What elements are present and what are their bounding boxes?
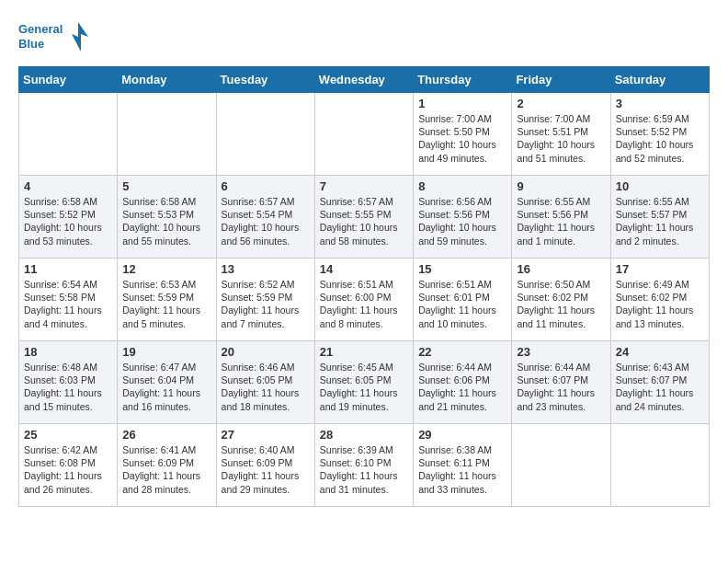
calendar-header: SundayMondayTuesdayWednesdayThursdayFrid… bbox=[19, 67, 710, 93]
calendar-cell: 9Sunrise: 6:55 AMSunset: 5:56 PMDaylight… bbox=[512, 176, 610, 259]
day-number: 23 bbox=[517, 345, 605, 359]
day-number: 1 bbox=[418, 97, 506, 110]
day-number: 18 bbox=[24, 345, 112, 359]
calendar-cell: 10Sunrise: 6:55 AMSunset: 5:57 PMDayligh… bbox=[610, 176, 709, 259]
day-info: Sunrise: 6:39 AMSunset: 6:10 PMDaylight:… bbox=[320, 443, 408, 496]
day-info: Sunrise: 6:59 AMSunset: 5:52 PMDaylight:… bbox=[616, 112, 704, 165]
calendar-cell: 12Sunrise: 6:53 AMSunset: 5:59 PMDayligh… bbox=[118, 259, 216, 341]
day-number: 25 bbox=[24, 428, 112, 442]
day-info: Sunrise: 7:00 AMSunset: 5:51 PMDaylight:… bbox=[517, 112, 605, 165]
day-info: Sunrise: 6:58 AMSunset: 5:53 PMDaylight:… bbox=[122, 195, 210, 247]
day-number: 14 bbox=[320, 262, 408, 276]
day-number: 11 bbox=[24, 262, 112, 276]
calendar-table: SundayMondayTuesdayWednesdayThursdayFrid… bbox=[18, 66, 710, 507]
day-info: Sunrise: 6:49 AMSunset: 6:02 PMDaylight:… bbox=[616, 278, 704, 330]
calendar-cell: 13Sunrise: 6:52 AMSunset: 5:59 PMDayligh… bbox=[216, 259, 314, 341]
day-number: 26 bbox=[122, 428, 210, 442]
day-info: Sunrise: 6:44 AMSunset: 6:07 PMDaylight:… bbox=[517, 361, 605, 413]
calendar-cell: 15Sunrise: 6:51 AMSunset: 6:01 PMDayligh… bbox=[414, 259, 512, 341]
day-info: Sunrise: 6:46 AMSunset: 6:05 PMDaylight:… bbox=[222, 361, 310, 413]
day-info: Sunrise: 6:54 AMSunset: 5:58 PMDaylight:… bbox=[24, 278, 112, 330]
calendar-week-row: 25Sunrise: 6:42 AMSunset: 6:08 PMDayligh… bbox=[19, 424, 710, 507]
calendar-cell: 21Sunrise: 6:45 AMSunset: 6:05 PMDayligh… bbox=[314, 341, 413, 424]
calendar-cell: 28Sunrise: 6:39 AMSunset: 6:10 PMDayligh… bbox=[314, 424, 413, 507]
calendar-cell: 1Sunrise: 7:00 AMSunset: 5:50 PMDaylight… bbox=[414, 93, 512, 176]
weekday-header-monday: Monday bbox=[118, 67, 216, 93]
logo: General Blue bbox=[18, 18, 92, 57]
weekday-header-sunday: Sunday bbox=[19, 67, 118, 93]
calendar-cell bbox=[118, 93, 216, 176]
day-number: 16 bbox=[517, 262, 605, 276]
calendar-week-row: 11Sunrise: 6:54 AMSunset: 5:58 PMDayligh… bbox=[19, 259, 710, 341]
day-info: Sunrise: 6:40 AMSunset: 6:09 PMDaylight:… bbox=[222, 443, 310, 496]
calendar-body: 1Sunrise: 7:00 AMSunset: 5:50 PMDaylight… bbox=[19, 93, 710, 507]
day-number: 29 bbox=[418, 428, 506, 442]
day-number: 24 bbox=[616, 345, 704, 359]
calendar-cell: 7Sunrise: 6:57 AMSunset: 5:55 PMDaylight… bbox=[314, 176, 413, 259]
calendar-cell: 11Sunrise: 6:54 AMSunset: 5:58 PMDayligh… bbox=[19, 259, 118, 341]
calendar-cell: 24Sunrise: 6:43 AMSunset: 6:07 PMDayligh… bbox=[610, 341, 709, 424]
day-number: 17 bbox=[616, 262, 704, 276]
day-number: 7 bbox=[320, 179, 408, 193]
day-number: 22 bbox=[418, 345, 506, 359]
calendar-cell: 8Sunrise: 6:56 AMSunset: 5:56 PMDaylight… bbox=[414, 176, 512, 259]
calendar-cell bbox=[216, 93, 314, 176]
day-info: Sunrise: 6:51 AMSunset: 6:00 PMDaylight:… bbox=[320, 278, 408, 330]
day-number: 20 bbox=[222, 345, 310, 359]
day-info: Sunrise: 6:55 AMSunset: 5:56 PMDaylight:… bbox=[517, 195, 605, 247]
day-info: Sunrise: 6:45 AMSunset: 6:05 PMDaylight:… bbox=[320, 361, 408, 413]
calendar-week-row: 4Sunrise: 6:58 AMSunset: 5:52 PMDaylight… bbox=[19, 176, 710, 259]
calendar-cell: 27Sunrise: 6:40 AMSunset: 6:09 PMDayligh… bbox=[216, 424, 314, 507]
day-number: 21 bbox=[320, 345, 408, 359]
day-info: Sunrise: 6:41 AMSunset: 6:09 PMDaylight:… bbox=[122, 443, 210, 496]
day-info: Sunrise: 6:38 AMSunset: 6:11 PMDaylight:… bbox=[418, 443, 506, 496]
calendar-cell: 22Sunrise: 6:44 AMSunset: 6:06 PMDayligh… bbox=[414, 341, 512, 424]
day-number: 27 bbox=[222, 428, 310, 442]
day-number: 6 bbox=[222, 179, 310, 193]
calendar-cell: 6Sunrise: 6:57 AMSunset: 5:54 PMDaylight… bbox=[216, 176, 314, 259]
day-number: 12 bbox=[122, 262, 210, 276]
weekday-header-row: SundayMondayTuesdayWednesdayThursdayFrid… bbox=[19, 67, 710, 93]
page-header: General Blue bbox=[18, 18, 710, 57]
svg-text:General: General bbox=[18, 22, 63, 36]
day-info: Sunrise: 7:00 AMSunset: 5:50 PMDaylight:… bbox=[418, 112, 506, 165]
logo-svg: General Blue bbox=[18, 18, 92, 57]
day-number: 15 bbox=[418, 262, 506, 276]
day-number: 28 bbox=[320, 428, 408, 442]
day-info: Sunrise: 6:58 AMSunset: 5:52 PMDaylight:… bbox=[24, 195, 112, 247]
day-info: Sunrise: 6:43 AMSunset: 6:07 PMDaylight:… bbox=[616, 361, 704, 413]
calendar-cell bbox=[19, 93, 118, 176]
calendar-cell: 18Sunrise: 6:48 AMSunset: 6:03 PMDayligh… bbox=[19, 341, 118, 424]
calendar-cell: 14Sunrise: 6:51 AMSunset: 6:00 PMDayligh… bbox=[314, 259, 413, 341]
calendar-cell bbox=[512, 424, 610, 507]
calendar-cell: 19Sunrise: 6:47 AMSunset: 6:04 PMDayligh… bbox=[118, 341, 216, 424]
day-info: Sunrise: 6:57 AMSunset: 5:54 PMDaylight:… bbox=[222, 195, 310, 247]
day-info: Sunrise: 6:51 AMSunset: 6:01 PMDaylight:… bbox=[418, 278, 506, 330]
day-info: Sunrise: 6:42 AMSunset: 6:08 PMDaylight:… bbox=[24, 443, 112, 496]
day-info: Sunrise: 6:48 AMSunset: 6:03 PMDaylight:… bbox=[24, 361, 112, 413]
calendar-cell: 23Sunrise: 6:44 AMSunset: 6:07 PMDayligh… bbox=[512, 341, 610, 424]
svg-marker-2 bbox=[72, 22, 88, 52]
day-info: Sunrise: 6:52 AMSunset: 5:59 PMDaylight:… bbox=[222, 278, 310, 330]
calendar-cell: 2Sunrise: 7:00 AMSunset: 5:51 PMDaylight… bbox=[512, 93, 610, 176]
calendar-cell: 17Sunrise: 6:49 AMSunset: 6:02 PMDayligh… bbox=[610, 259, 709, 341]
calendar-cell: 20Sunrise: 6:46 AMSunset: 6:05 PMDayligh… bbox=[216, 341, 314, 424]
day-number: 4 bbox=[24, 179, 112, 193]
weekday-header-saturday: Saturday bbox=[610, 67, 709, 93]
day-number: 19 bbox=[122, 345, 210, 359]
calendar-week-row: 1Sunrise: 7:00 AMSunset: 5:50 PMDaylight… bbox=[19, 93, 710, 176]
calendar-cell: 26Sunrise: 6:41 AMSunset: 6:09 PMDayligh… bbox=[118, 424, 216, 507]
day-info: Sunrise: 6:57 AMSunset: 5:55 PMDaylight:… bbox=[320, 195, 408, 247]
calendar-cell: 16Sunrise: 6:50 AMSunset: 6:02 PMDayligh… bbox=[512, 259, 610, 341]
calendar-cell bbox=[314, 93, 413, 176]
day-number: 5 bbox=[122, 179, 210, 193]
day-info: Sunrise: 6:56 AMSunset: 5:56 PMDaylight:… bbox=[418, 195, 506, 247]
day-info: Sunrise: 6:55 AMSunset: 5:57 PMDaylight:… bbox=[616, 195, 704, 247]
day-info: Sunrise: 6:50 AMSunset: 6:02 PMDaylight:… bbox=[517, 278, 605, 330]
day-number: 2 bbox=[517, 97, 605, 110]
calendar-cell: 3Sunrise: 6:59 AMSunset: 5:52 PMDaylight… bbox=[610, 93, 709, 176]
calendar-cell: 25Sunrise: 6:42 AMSunset: 6:08 PMDayligh… bbox=[19, 424, 118, 507]
day-info: Sunrise: 6:53 AMSunset: 5:59 PMDaylight:… bbox=[122, 278, 210, 330]
weekday-header-tuesday: Tuesday bbox=[216, 67, 314, 93]
day-number: 10 bbox=[616, 179, 704, 193]
